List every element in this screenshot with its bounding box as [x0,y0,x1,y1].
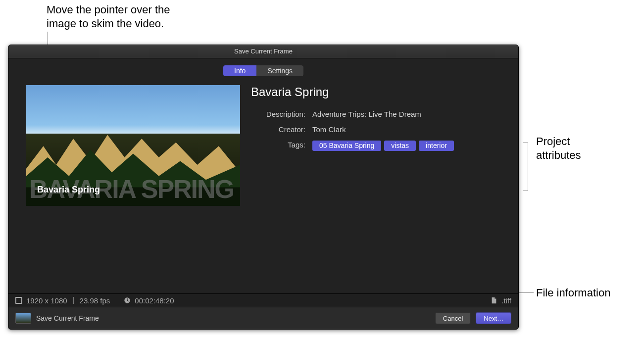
cancel-button[interactable]: Cancel [435,312,471,324]
bracket-attrs [523,143,528,191]
tab-info[interactable]: Info [223,65,256,76]
file-info-strip: 1920 x 1080 23.98 fps 00:02:48:20 .tiff [8,293,518,307]
description-field[interactable]: Adventure Trips: Live The Dream [312,110,508,118]
tags-field[interactable]: 05 Bavaria Spring vistas interior [312,141,508,151]
window-title: Save Current Frame [8,45,518,58]
footer-bar: Save Current Frame Cancel Next… [8,307,518,329]
creator-field[interactable]: Tom Clark [312,125,508,134]
project-attributes: Bavaria Spring Description: Adventure Tr… [251,85,508,289]
window-body: Info Settings BAVARIA SPRING Bavaria Spr… [8,58,518,307]
next-button[interactable]: Next… [476,312,511,324]
tag-pill[interactable]: 05 Bavaria Spring [312,141,381,151]
resolution-text: 1920 x 1080 [26,296,67,305]
fps-text: 23.98 fps [80,296,110,305]
tab-settings[interactable]: Settings [256,65,303,76]
callout-fileinfo: File information [536,286,610,300]
creator-label: Creator: [251,125,305,134]
save-frame-window: Save Current Frame Info Settings BAVARIA… [8,45,519,330]
callout-skim: Move the pointer over the image to skim … [47,3,170,30]
file-icon [491,297,497,304]
file-extension-text: .tiff [501,296,511,305]
video-thumbnail[interactable]: BAVARIA SPRING Bavaria Spring [26,85,240,206]
thumbnail-title-overlay: Bavaria Spring [37,185,100,195]
timecode-text: 00:02:48:20 [135,296,174,305]
description-label: Description: [251,110,305,118]
callout-attrs: Project attributes [536,135,581,162]
clock-icon [124,297,131,304]
tags-label: Tags: [251,141,305,149]
separator [73,297,74,304]
tab-segmented-control: Info Settings [8,65,518,76]
tag-pill[interactable]: vistas [384,141,416,151]
tag-pill[interactable]: interior [419,141,454,151]
footer-label: Save Current Frame [36,314,99,322]
callout-line-fileinfo [519,292,534,293]
frame-size-icon [15,297,22,304]
footer-thumbnail-icon [15,313,31,324]
project-title[interactable]: Bavaria Spring [251,85,508,99]
